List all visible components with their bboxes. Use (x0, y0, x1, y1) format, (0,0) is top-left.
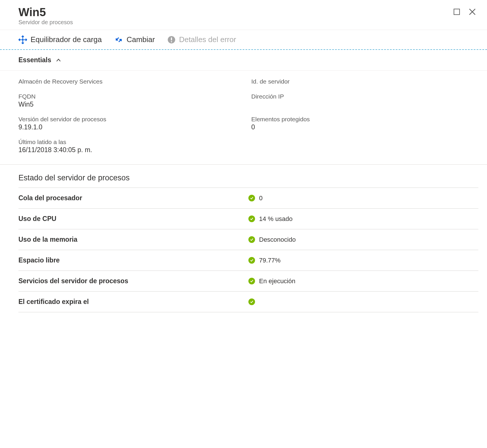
status-row: Espacio libre 79.77% (18, 250, 478, 271)
ok-check-icon (248, 298, 255, 305)
header-controls (453, 6, 478, 16)
field-label: Dirección IP (251, 93, 478, 100)
switch-button[interactable]: Cambiar (114, 35, 155, 44)
status-value-cell: En ejecución (248, 277, 478, 285)
status-title: Estado del servidor de procesos (18, 173, 478, 188)
status-value-cell: 79.77% (248, 257, 478, 264)
field-value: 0 (251, 123, 478, 131)
essentials-toggle[interactable]: Essentials (0, 50, 487, 71)
close-icon[interactable] (468, 7, 477, 16)
field-label: FQDN (18, 93, 246, 100)
field-label: Elementos protegidos (251, 116, 478, 123)
field-value: Win5 (18, 101, 246, 108)
status-value: Desconocido (259, 236, 296, 243)
svg-rect-0 (454, 9, 460, 15)
status-label: El certificado expira el (18, 298, 248, 306)
load-balancer-button[interactable]: Equilibrador de carga (18, 35, 102, 44)
load-balancer-label: Equilibrador de carga (31, 35, 102, 44)
field-version: Versión del servidor de procesos 9.19.1.… (18, 116, 246, 131)
status-row: Uso de la memoria Desconocido (18, 229, 478, 250)
page-subtitle: Servidor de procesos (18, 19, 73, 26)
status-label: Espacio libre (18, 256, 248, 264)
maximize-icon[interactable] (453, 8, 460, 16)
field-value: 16/11/2018 3:40:05 p. m. (18, 146, 246, 154)
ok-check-icon (248, 278, 255, 284)
status-label: Uso de la memoria (18, 236, 248, 243)
field-value: 9.19.1.0 (18, 123, 246, 131)
svg-point-3 (22, 39, 24, 40)
ok-check-icon (248, 236, 255, 243)
status-label: Servicios del servidor de procesos (18, 277, 248, 285)
status-value-cell: Desconocido (248, 236, 478, 243)
status-label: Cola del procesador (18, 194, 248, 202)
status-value-cell (248, 298, 478, 305)
ok-check-icon (248, 216, 255, 222)
load-balancer-icon (18, 35, 27, 44)
status-label: Uso de CPU (18, 215, 248, 223)
field-label: Almacén de Recovery Services (18, 78, 246, 85)
error-details-button: Detalles del error (167, 35, 236, 44)
ok-check-icon (248, 257, 255, 264)
essentials-label: Essentials (18, 56, 51, 64)
ok-check-icon (248, 195, 255, 201)
status-row: Servicios del servidor de procesos En ej… (18, 271, 478, 292)
status-row: Cola del procesador 0 (18, 188, 478, 209)
field-fqdn: FQDN Win5 (18, 93, 246, 108)
switch-icon (114, 35, 123, 44)
blade-header: Win5 Servidor de procesos (0, 0, 487, 30)
svg-rect-9 (171, 37, 172, 40)
field-label: Id. de servidor (251, 78, 478, 85)
essentials-body: Almacén de Recovery Services Id. de serv… (0, 71, 487, 164)
status-value: 14 % usado (259, 215, 292, 223)
field-label: Versión del servidor de procesos (18, 116, 246, 123)
field-recovery-vault: Almacén de Recovery Services (18, 78, 246, 86)
field-label: Último latido a las (18, 139, 246, 145)
error-details-icon (167, 36, 175, 44)
field-protected-items: Elementos protegidos 0 (251, 116, 478, 131)
status-value-cell: 14 % usado (248, 215, 478, 223)
command-bar: Equilibrador de carga Cambiar Detalles d… (0, 30, 487, 50)
status-value-cell: 0 (248, 194, 478, 202)
status-row: Uso de CPU 14 % usado (18, 209, 478, 229)
field-server-id: Id. de servidor (251, 78, 478, 86)
chevron-up-icon (55, 57, 62, 63)
status-section: Estado del servidor de procesos Cola del… (0, 164, 487, 312)
switch-label: Cambiar (127, 35, 155, 44)
status-value: 79.77% (259, 257, 281, 264)
status-value: 0 (259, 194, 263, 202)
field-ip: Dirección IP (251, 93, 478, 108)
status-row: El certificado expira el (18, 292, 478, 312)
field-last-heartbeat: Último latido a las 16/11/2018 3:40:05 p… (18, 139, 246, 154)
error-details-label: Detalles del error (179, 35, 236, 44)
header-title-group: Win5 Servidor de procesos (18, 6, 73, 26)
svg-point-10 (171, 41, 172, 42)
page-title: Win5 (18, 6, 73, 18)
status-value: En ejecución (259, 277, 295, 285)
